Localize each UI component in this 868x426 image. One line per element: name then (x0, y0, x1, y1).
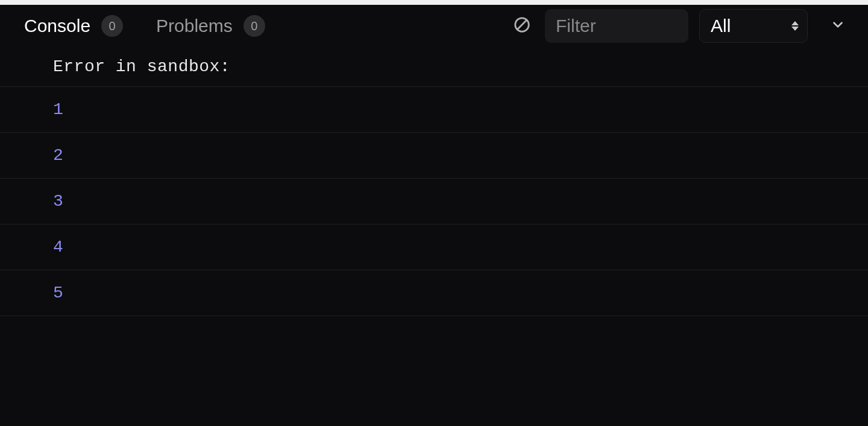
filter-input[interactable] (545, 9, 688, 43)
log-row[interactable]: 3 (0, 179, 868, 224)
log-number: 3 (53, 192, 63, 211)
log-number: 4 (53, 238, 63, 256)
tab-console-badge: 0 (101, 15, 123, 37)
log-number: 5 (53, 284, 63, 302)
select-caret-icon (791, 21, 799, 31)
ban-icon (513, 16, 531, 36)
log-number: 1 (53, 100, 63, 119)
log-row[interactable]: 2 (0, 133, 868, 179)
console-toolbar: Console 0 Problems 0 All (0, 5, 868, 47)
tab-problems[interactable]: Problems 0 (156, 15, 265, 37)
tab-problems-badge: 0 (244, 15, 265, 37)
console-log-list: Error in sandbox: 1 2 3 4 5 (0, 47, 868, 316)
log-message: Error in sandbox: (53, 57, 230, 76)
log-row[interactable]: 1 (0, 87, 868, 133)
log-level-selected: All (711, 16, 731, 36)
chevron-down-icon (830, 17, 846, 35)
window-top-strip (0, 0, 868, 5)
toolbar-right-controls: All (510, 9, 850, 43)
toolbar-tabs: Console 0 Problems 0 (24, 15, 504, 37)
svg-line-1 (518, 21, 527, 30)
log-row[interactable]: Error in sandbox: (0, 47, 868, 87)
log-row[interactable]: 5 (0, 270, 868, 316)
tab-problems-label: Problems (156, 16, 233, 36)
tab-console[interactable]: Console 0 (24, 15, 123, 37)
log-number: 2 (53, 146, 63, 165)
log-row[interactable]: 4 (0, 224, 868, 270)
expand-toggle-button[interactable] (826, 14, 850, 38)
tab-console-label: Console (24, 16, 90, 36)
log-level-select[interactable]: All (699, 9, 808, 43)
clear-console-button[interactable] (510, 14, 534, 38)
